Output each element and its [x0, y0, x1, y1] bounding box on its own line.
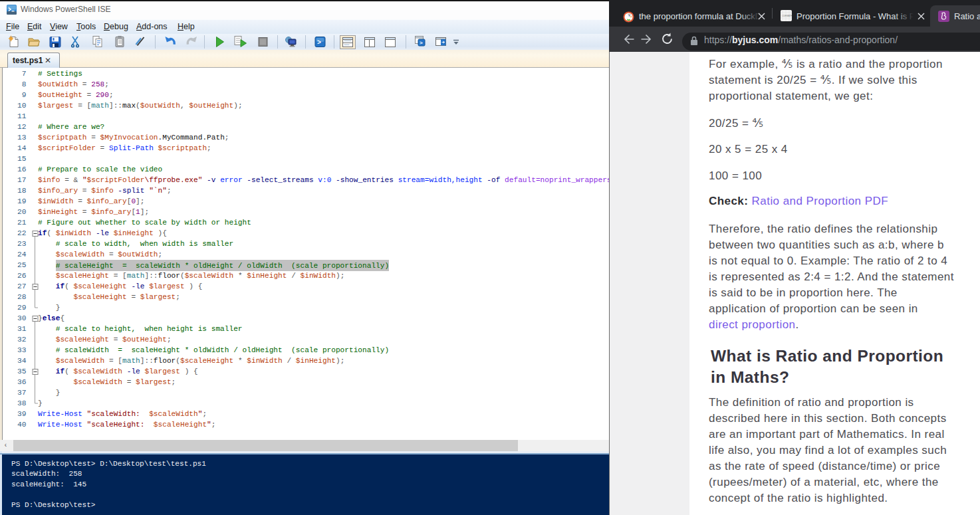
svg-text:>: > — [420, 40, 423, 46]
svg-text:>: > — [317, 39, 321, 47]
svg-text:CUEMATH: CUEMATH — [782, 15, 792, 17]
